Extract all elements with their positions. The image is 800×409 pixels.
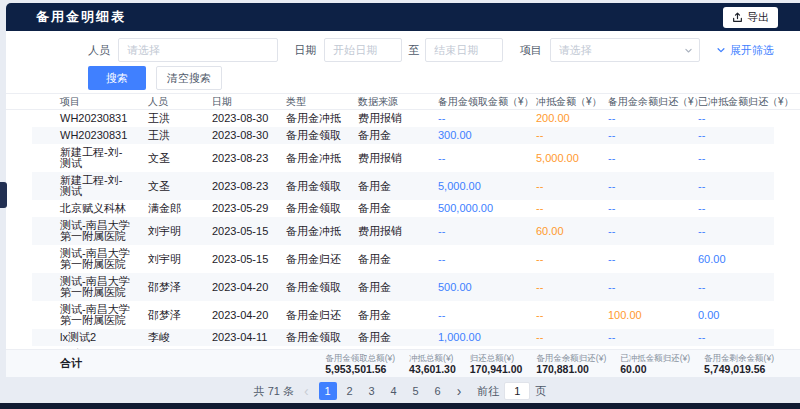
- clear-search-button[interactable]: 清空搜索: [156, 66, 222, 90]
- amount-cell: --: [430, 223, 528, 240]
- table-row[interactable]: 北京赋义科林满金郎2023-05-29备用金领取备用金500,000.00---…: [32, 200, 774, 217]
- cell: 备用金领取: [278, 127, 350, 144]
- table-row[interactable]: lx测试2李峻2023-04-11备用金领取备用金1,000.00------: [32, 329, 774, 346]
- amount-cell: --: [528, 200, 600, 217]
- table-row[interactable]: 测试-南昌大学第一附属医院刘宇明2023-05-15备用金冲抵费用报销--60.…: [32, 217, 774, 245]
- table-row[interactable]: 测试-南昌大学第一附属医院邵梦泽2023-04-20备用金归还备用金----10…: [32, 301, 774, 329]
- table-row[interactable]: 新建工程-刘-测试文圣2023-08-23备用金领取备用金5,000.00---…: [32, 172, 774, 200]
- summary-stat-value: 60.00: [620, 363, 690, 375]
- cell: 2023-08-23: [204, 150, 278, 167]
- cell: 李峻: [140, 329, 204, 346]
- amount-cell: 1,000.00: [430, 329, 528, 346]
- cell: 2023-08-30: [204, 110, 278, 127]
- project-select-input[interactable]: [550, 38, 700, 62]
- page-button[interactable]: 5: [407, 382, 425, 400]
- amount-cell: --: [600, 200, 690, 217]
- export-button[interactable]: 导出: [723, 7, 778, 28]
- summary-row: 合计 备用金领取总额(¥)5,953,501.56冲抵总额(¥)43,601.3…: [6, 349, 800, 377]
- cell: 测试-南昌大学第一附属医院: [32, 245, 140, 273]
- amount-cell: --: [430, 251, 528, 268]
- goto-suffix-label: 页: [535, 384, 546, 399]
- amount-cell: --: [528, 251, 600, 268]
- cell: 费用报销: [350, 150, 430, 167]
- summary-stat-value: 170,881.00: [536, 363, 606, 375]
- table-row[interactable]: 测试-南昌大学第一附属医院刘宇明2023-05-15备用金归还备用金------…: [32, 245, 774, 273]
- cell: 刘宇明: [140, 223, 204, 240]
- amount-cell: --: [600, 251, 690, 268]
- project-select[interactable]: [550, 38, 700, 62]
- export-icon: [732, 12, 743, 23]
- cell: 备用金: [350, 178, 430, 195]
- expand-filter-link[interactable]: 展开筛选: [716, 43, 774, 58]
- date-range-separator: 至: [408, 43, 419, 58]
- amount-cell: --: [600, 150, 690, 167]
- cell: 2023-05-15: [204, 223, 278, 240]
- amount-cell: --: [528, 279, 600, 296]
- summary-stat-label: 已冲抵金额归还(¥): [620, 353, 690, 363]
- column-header: 日期: [204, 95, 278, 109]
- page-button[interactable]: 4: [385, 382, 403, 400]
- filter-actions: 搜索 清空搜索: [6, 63, 800, 93]
- expand-filter-label: 展开筛选: [730, 43, 774, 58]
- column-header: 数据来源: [350, 95, 430, 109]
- summary-stats: 备用金领取总额(¥)5,953,501.56冲抵总额(¥)43,601.30归还…: [325, 353, 774, 375]
- pagination-bar: 共 71 条 ‹ 123456 › 前往 页: [0, 379, 800, 403]
- column-header: 项目: [32, 95, 140, 109]
- cell: 费用报销: [350, 223, 430, 240]
- table-row[interactable]: 新建工程-刘-测试文圣2023-08-23备用金冲抵费用报销--5,000.00…: [32, 144, 774, 172]
- amount-cell: --: [690, 279, 774, 296]
- column-header: 备用金余额归还（¥）: [600, 95, 690, 109]
- summary-stat-label: 备用金剩余金额(¥): [704, 353, 774, 363]
- cell: 2023-04-20: [204, 279, 278, 296]
- search-button[interactable]: 搜索: [88, 66, 146, 90]
- goto-page-input[interactable]: [504, 382, 530, 400]
- summary-stat-label: 备用金余额归还(¥): [536, 353, 606, 363]
- cell: 2023-04-11: [204, 329, 278, 346]
- cell: 备用金: [350, 279, 430, 296]
- amount-cell: 5,000.00: [430, 178, 528, 195]
- person-select-input[interactable]: [118, 38, 278, 62]
- cell: 北京赋义科林: [32, 200, 140, 217]
- amount-cell: 60.00: [528, 223, 600, 240]
- amount-cell: --: [430, 307, 528, 324]
- cell: 2023-08-23: [204, 178, 278, 195]
- cell: WH20230831: [32, 127, 140, 144]
- date-start-input[interactable]: [324, 38, 402, 62]
- page-button[interactable]: 1: [319, 382, 337, 400]
- export-button-label: 导出: [747, 10, 769, 25]
- summary-stat-label: 冲抵总额(¥): [409, 353, 456, 363]
- table-row[interactable]: WH20230831王洪2023-08-30备用金领取备用金300.00----…: [32, 127, 774, 144]
- amount-cell: --: [600, 110, 690, 127]
- cell: 王洪: [140, 110, 204, 127]
- sidebar-expand-handle[interactable]: [0, 182, 7, 208]
- goto-prefix-label: 前往: [477, 384, 499, 399]
- cell: 测试-南昌大学第一附属医院: [32, 301, 140, 329]
- table-row[interactable]: WH20230831王洪2023-08-30备用金冲抵费用报销--200.00-…: [32, 110, 774, 127]
- page-title: 备用金明细表: [36, 8, 126, 26]
- next-page-button[interactable]: ›: [455, 384, 464, 398]
- app-window: 备用金明细表 导出 人员 日期 至 项目: [0, 0, 800, 409]
- summary-stat-value: 43,601.30: [409, 363, 456, 375]
- amount-cell: 300.00: [430, 127, 528, 144]
- page-button[interactable]: 3: [363, 382, 381, 400]
- amount-cell: --: [600, 279, 690, 296]
- content-card: 人员 日期 至 项目: [6, 31, 800, 377]
- amount-cell: --: [690, 178, 774, 195]
- bottom-bar: [0, 403, 800, 409]
- page-button[interactable]: 2: [341, 382, 359, 400]
- prev-page-button[interactable]: ‹: [302, 384, 311, 398]
- cell: 测试-南昌大学第一附属医院: [32, 217, 140, 245]
- cell: 邵梦泽: [140, 307, 204, 324]
- cell: 备用金归还: [278, 251, 350, 268]
- cell: 备用金: [350, 200, 430, 217]
- date-end-input[interactable]: [425, 38, 503, 62]
- pagination-pages: 123456: [319, 382, 447, 400]
- goto-page: 前往 页: [477, 382, 546, 400]
- cell: 新建工程-刘-测试: [32, 172, 140, 200]
- cell: 新建工程-刘-测试: [32, 144, 140, 172]
- page-button[interactable]: 6: [429, 382, 447, 400]
- date-filter-label: 日期: [294, 43, 316, 58]
- table-row[interactable]: 测试-南昌大学第一附属医院邵梦泽2023-04-20备用金领取备用金500.00…: [32, 273, 774, 301]
- amount-cell: 500,000.00: [430, 200, 528, 217]
- project-filter-label: 项目: [520, 43, 542, 58]
